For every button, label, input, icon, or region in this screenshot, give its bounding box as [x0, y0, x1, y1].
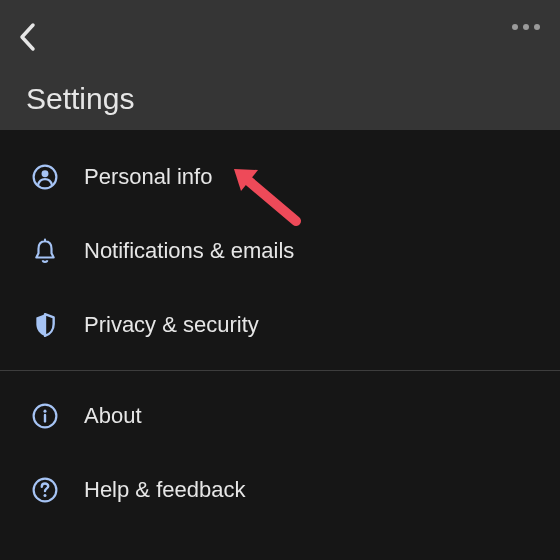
- help-icon: [32, 477, 58, 503]
- menu-item-help[interactable]: Help & feedback: [0, 453, 560, 527]
- settings-menu: Personal info Notifications & emails Pri…: [0, 130, 560, 527]
- header-bar: Settings: [0, 0, 560, 130]
- menu-item-personal-info[interactable]: Personal info: [0, 140, 560, 214]
- menu-item-label: Help & feedback: [84, 477, 245, 503]
- menu-item-label: About: [84, 403, 142, 429]
- chevron-left-icon: [18, 22, 36, 52]
- more-button[interactable]: [512, 24, 540, 30]
- menu-item-about[interactable]: About: [0, 379, 560, 453]
- page-title: Settings: [26, 82, 134, 116]
- menu-item-privacy[interactable]: Privacy & security: [0, 288, 560, 362]
- bell-icon: [32, 238, 58, 264]
- more-icon-dot: [523, 24, 529, 30]
- svg-point-4: [43, 410, 46, 413]
- account-icon: [32, 164, 58, 190]
- shield-icon: [32, 312, 58, 338]
- info-icon: [32, 403, 58, 429]
- menu-item-notifications[interactable]: Notifications & emails: [0, 214, 560, 288]
- menu-item-label: Personal info: [84, 164, 212, 190]
- menu-item-label: Notifications & emails: [84, 238, 294, 264]
- menu-item-label: Privacy & security: [84, 312, 259, 338]
- more-icon-dot: [512, 24, 518, 30]
- svg-point-7: [43, 494, 46, 497]
- back-button[interactable]: [18, 22, 36, 52]
- more-icon-dot: [534, 24, 540, 30]
- svg-point-1: [42, 170, 49, 177]
- divider: [0, 370, 560, 371]
